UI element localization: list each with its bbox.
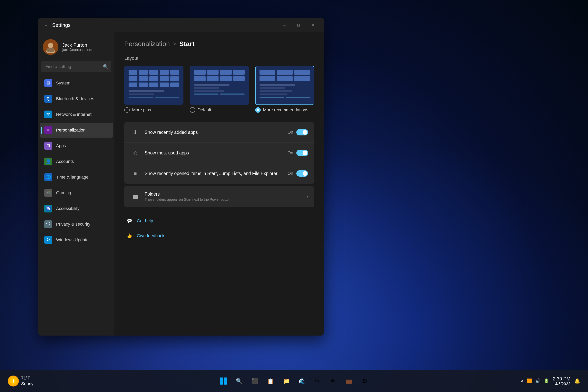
sidebar-item-accessibility[interactable]: ♿ Accessibility (40, 201, 113, 216)
privacy-icon: 🛡 (44, 220, 52, 228)
time-widget[interactable]: 2:30 PM 4/5/2022 (553, 376, 570, 386)
toggle-settings-group: ⬇ Show recently added apps On ☆ Show mos… (124, 122, 314, 184)
recently-added-row[interactable]: ⬇ Show recently added apps On (124, 122, 314, 143)
sidebar-item-network-label: Network & internet (56, 112, 92, 117)
sidebar-item-bluetooth[interactable]: ₿ Bluetooth & devices (40, 91, 113, 106)
settings-window: ← Settings ─ □ ✕ Jack (38, 18, 324, 336)
system-tray: ∧ 📶 🔊 🔋 (520, 378, 549, 384)
widgets-button[interactable]: 📋 (265, 376, 276, 386)
windows-logo-icon (220, 378, 227, 384)
weather-text: 71°F Sunny (21, 375, 33, 386)
give-feedback-link[interactable]: 👍 Give feedback (124, 228, 314, 243)
gaming-icon: 🎮 (44, 189, 52, 197)
layout-cards: More pins (124, 66, 314, 113)
sidebar-item-personalization[interactable]: ✏ Personalization (40, 123, 113, 138)
folders-icon (130, 192, 140, 201)
bluetooth-icon: ₿ (44, 95, 52, 103)
volume-icon[interactable]: 🔊 (535, 378, 540, 384)
sidebar-item-time[interactable]: 🌐 Time & language (40, 170, 113, 185)
more-pins-preview (125, 66, 183, 104)
window-controls: ─ □ ✕ (278, 20, 320, 30)
sidebar-item-gaming[interactable]: 🎮 Gaming (40, 186, 113, 200)
folders-chevron-icon: › (306, 194, 308, 199)
folders-row[interactable]: Folders These folders appear on Start ne… (124, 186, 314, 207)
sidebar-item-windows-update-label: Windows Update (56, 237, 88, 242)
sidebar-item-system[interactable]: 🖥 System (40, 76, 113, 90)
svg-point-2 (48, 44, 52, 48)
more-recommendations-preview (256, 66, 314, 104)
apps-icon: ⊞ (44, 142, 52, 150)
task-view-button[interactable]: ⬛ (249, 376, 260, 386)
weather-widget[interactable]: ☀ 71°F Sunny (8, 375, 33, 386)
recently-added-toggle[interactable] (296, 129, 308, 136)
search-icon: 🔍 (103, 64, 108, 69)
sidebar-item-windows-update[interactable]: ↻ Windows Update (40, 232, 113, 247)
most-used-toggle[interactable] (296, 150, 308, 156)
give-feedback-label: Give feedback (137, 233, 164, 238)
minimize-button[interactable]: ─ (278, 20, 291, 30)
search-input[interactable] (41, 61, 111, 72)
get-help-label: Get help (137, 218, 153, 224)
taskbar-center: 🔍 ⬛ 📋 📁 🌊 🛍 ✉ 💼 ⚙ (218, 376, 370, 386)
more-pins-radio[interactable] (124, 107, 130, 113)
taskbar-right: ∧ 📶 🔊 🔋 2:30 PM 4/5/2022 🔔 (520, 376, 580, 386)
battery-icon[interactable]: 🔋 (544, 378, 549, 384)
most-used-row[interactable]: ☆ Show most used apps On (124, 143, 314, 163)
search-taskbar-button[interactable]: 🔍 (234, 376, 244, 386)
most-used-control: On (288, 150, 308, 156)
close-button[interactable]: ✕ (306, 20, 320, 30)
most-used-state: On (288, 150, 293, 156)
radio-inner-dot (257, 109, 259, 111)
breadcrumb-separator: > (173, 41, 176, 47)
edge-browser-button[interactable]: 🌊 (296, 376, 307, 386)
layout-card-more-recommendations[interactable]: More recommendations (255, 66, 314, 113)
weather-icon: ☀ (8, 376, 19, 386)
title-bar: ← Settings ─ □ ✕ (38, 18, 324, 32)
start-button[interactable] (218, 376, 229, 386)
personalization-icon: ✏ (44, 126, 52, 134)
maximize-button[interactable]: □ (292, 20, 305, 30)
mail-button[interactable]: ✉ (328, 376, 339, 386)
layout-card-more-pins[interactable]: More pins (124, 66, 184, 113)
wifi-icon[interactable]: 📶 (527, 378, 532, 384)
get-help-link[interactable]: 💬 Get help (124, 214, 314, 228)
user-email: jack@contoso.com (62, 48, 92, 52)
default-option[interactable]: Default (190, 107, 249, 113)
more-pins-option[interactable]: More pins (124, 107, 184, 113)
more-recommendations-radio[interactable] (255, 107, 261, 113)
window-title: Settings (52, 22, 70, 28)
layout-card-more-pins-image (124, 66, 184, 105)
taskbar-left: ☀ 71°F Sunny (8, 375, 33, 386)
breadcrumb-parent: Personalization (124, 40, 170, 48)
svg-point-4 (48, 116, 48, 116)
file-explorer-button[interactable]: 📁 (281, 376, 292, 386)
clock-date: 4/5/2022 (553, 382, 570, 386)
layout-card-default[interactable]: Default (190, 66, 249, 113)
sidebar-item-accounts[interactable]: 👤 Accounts (40, 154, 113, 169)
store-button[interactable]: 🛍 (312, 376, 323, 386)
accessibility-icon: ♿ (44, 204, 52, 212)
give-feedback-icon: 👍 (126, 232, 133, 239)
sidebar-item-apps[interactable]: ⊞ Apps (40, 138, 113, 153)
time-icon: 🌐 (44, 173, 52, 181)
folders-group: Folders These folders appear on Start ne… (124, 186, 314, 207)
chevron-up-icon[interactable]: ∧ (520, 378, 524, 384)
layout-card-more-recommendations-image (255, 66, 314, 105)
notification-icon[interactable]: 🔔 (574, 378, 580, 384)
sidebar: Jack Purton jack@contoso.com 🔍 🖥 System … (38, 32, 114, 336)
back-button[interactable]: ← (43, 22, 49, 28)
recently-opened-row[interactable]: ≡ Show recently opened items in Start, J… (124, 163, 314, 184)
sidebar-item-accounts-label: Accounts (56, 159, 74, 164)
recently-opened-toggle[interactable] (296, 170, 308, 176)
network-icon (44, 110, 52, 118)
windows-update-icon: ↻ (44, 236, 52, 244)
recently-opened-label: Show recently opened items in Start, Jum… (145, 171, 288, 176)
more-recommendations-option[interactable]: More recommendations (255, 107, 314, 113)
system-icon: 🖥 (44, 79, 52, 87)
sidebar-item-network[interactable]: Network & internet (40, 107, 113, 122)
teams-button[interactable]: 💼 (344, 376, 354, 386)
settings-taskbar-button[interactable]: ⚙ (359, 376, 370, 386)
more-recommendations-label: More recommendations (263, 108, 308, 112)
sidebar-item-privacy[interactable]: 🛡 Privacy & security (40, 217, 113, 232)
default-radio[interactable] (190, 107, 195, 113)
